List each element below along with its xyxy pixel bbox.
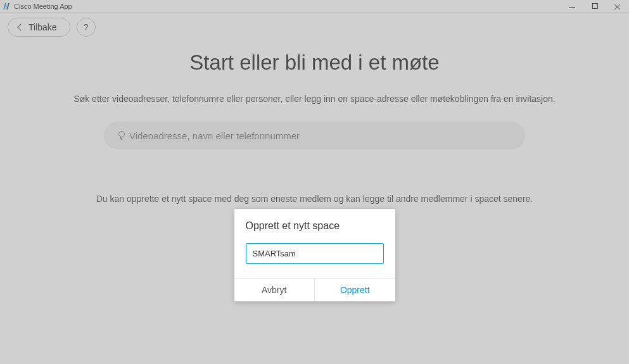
confirm-button[interactable]: Opprett xyxy=(315,279,395,301)
modal-title: Opprett et nytt space xyxy=(246,220,384,232)
space-name-input[interactable] xyxy=(246,243,384,264)
modal-backdrop[interactable]: Opprett et nytt space Avbryt Opprett xyxy=(0,0,629,364)
confirm-button-label: Opprett xyxy=(340,285,370,295)
cancel-button[interactable]: Avbryt xyxy=(234,279,315,301)
create-space-modal: Opprett et nytt space Avbryt Opprett xyxy=(234,209,395,301)
cancel-button-label: Avbryt xyxy=(262,285,286,295)
modal-footer: Avbryt Opprett xyxy=(234,278,395,301)
modal-body: Opprett et nytt space xyxy=(234,209,395,278)
